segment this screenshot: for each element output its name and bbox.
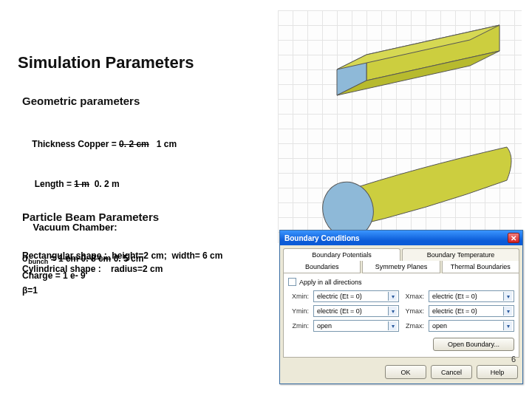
page-title: Simulation Parameters [18, 53, 194, 72]
ymax-select[interactable]: electric (Et = 0)▾ [429, 305, 514, 317]
thickness-old: 0. 2 cm [119, 139, 149, 149]
ymin-label: Ymin: [288, 307, 309, 315]
thickness-label: Thickness Copper = [32, 139, 119, 149]
beam-params: σbunch = 1 cm 0. 8 cm 0. 5 cm Charge = 1… [22, 251, 143, 298]
sigma-eq: = [48, 253, 58, 264]
length-label: Length = [32, 179, 74, 189]
ymin-select[interactable]: electric (Et = 0)▾ [313, 305, 399, 317]
viewport-svg [278, 10, 522, 243]
xmin-label: Xmin: [288, 293, 309, 300]
beta-line: β=1 [22, 283, 143, 298]
chevron-down-icon: ▾ [388, 292, 397, 301]
length-old: 1 m [74, 179, 89, 189]
tab-temperature[interactable]: Boundary Temperature [402, 248, 519, 261]
chevron-down-icon: ▾ [503, 321, 512, 330]
apply-all-label: Apply in all directions [299, 279, 362, 286]
sigma-sub: bunch [28, 258, 48, 265]
xmax-label: Xmax: [403, 293, 424, 300]
close-icon[interactable]: ✕ [508, 233, 519, 243]
ymax-label: Ymax: [403, 307, 424, 315]
xmin-select[interactable]: electric (Et = 0)▾ [313, 290, 399, 302]
thickness-new: 1 cm [149, 139, 177, 149]
chevron-down-icon: ▾ [388, 307, 397, 316]
help-button[interactable]: Help [477, 365, 518, 379]
zmax-label: Zmax: [403, 322, 424, 330]
chevron-down-icon: ▾ [503, 292, 512, 301]
dialog-title: Boundary Conditions [284, 234, 360, 242]
subtab-symmetry[interactable]: Symmetry Planes [362, 261, 440, 273]
geom-heading: Geometric parameters [22, 95, 140, 107]
page-number: 6 [511, 355, 516, 364]
viewport-3d [278, 10, 522, 243]
sigma-symbol: σ [22, 253, 28, 264]
rect-waveguide-icon [337, 25, 499, 95]
zmax-select[interactable]: open▾ [429, 320, 514, 332]
chevron-down-icon: ▾ [503, 307, 512, 316]
beam-heading: Particle Beam Parameters [22, 211, 159, 223]
open-boundary-button[interactable]: Open Boundary... [433, 338, 514, 351]
apply-all-checkbox[interactable] [288, 278, 296, 286]
tab-potentials[interactable]: Boundary Potentials [283, 248, 400, 261]
ok-button[interactable]: OK [385, 365, 426, 379]
subtab-boundaries[interactable]: Boundaries [283, 261, 361, 273]
charge-line: Charge = 1 e- 9 [22, 268, 143, 283]
sigma-new: 0. 5 cm [111, 253, 143, 264]
cancel-button[interactable]: Cancel [431, 365, 472, 379]
dialog-body: Apply in all directions Xmin: electric (… [283, 273, 519, 358]
xmax-select[interactable]: electric (Et = 0)▾ [429, 290, 514, 302]
dialog-titlebar[interactable]: Boundary Conditions ✕ [280, 231, 522, 245]
length-new: 0. 2 m [89, 179, 120, 189]
zmin-select[interactable]: open▾ [313, 320, 399, 332]
zmin-label: Zmin: [288, 322, 309, 330]
chevron-down-icon: ▾ [388, 321, 397, 330]
cylinder-icon [316, 147, 511, 243]
subtab-thermal[interactable]: Thermal Boundaries [442, 261, 519, 273]
sigma-old: 1 cm 0. 8 cm [58, 253, 111, 264]
boundary-dialog: Boundary Conditions ✕ Boundary Potential… [279, 230, 523, 384]
